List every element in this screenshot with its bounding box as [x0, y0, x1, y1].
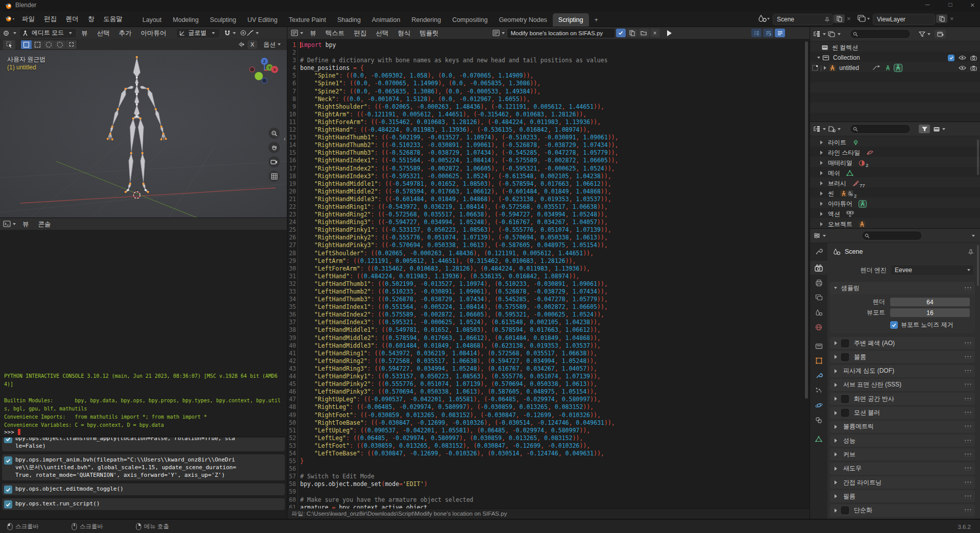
options-dropdown[interactable]: 옵션: [263, 40, 283, 49]
code-line[interactable]: 47 "RightUpLeg": ((-0.090537, -0.042201,…: [287, 396, 802, 403]
panel-화면-공간-반사[interactable]: 화면 공간 반사: [830, 393, 975, 405]
snap-magnet-icon[interactable]: [224, 30, 231, 36]
text-editor-menu-item[interactable]: 뷰: [305, 27, 321, 41]
script-name-field[interactable]: Modify bone's location on SIFAS.py: [507, 28, 615, 38]
properties-tab-tool[interactable]: [810, 244, 827, 258]
script-register-checkbox[interactable]: [616, 29, 626, 37]
code-line[interactable]: 30 "LeftForeArm": ((0.315462, 0.010683, …: [287, 265, 802, 273]
code-line[interactable]: 7 "Spine2": ((0.0, -0.065835, 1.3086), (…: [287, 88, 802, 95]
code-line[interactable]: 29 "LeftArm": ((0.121191, 0.005612, 1.44…: [287, 257, 802, 265]
code-line[interactable]: 48 "RightLeg": ((-0.06485, -0.029974, 0.…: [287, 403, 802, 411]
workspace-tab-texture-paint[interactable]: Texture Paint: [283, 13, 332, 27]
panel-볼륨메트릭[interactable]: 볼륨메트릭: [830, 421, 975, 433]
close-button[interactable]: ×: [964, 1, 980, 9]
code-line[interactable]: 57# Switch to Edit Mode: [287, 473, 802, 480]
code-line[interactable]: 13 "RightHandThumb1": ((-0.502199, -0.01…: [287, 134, 802, 141]
maximize-button[interactable]: □: [942, 1, 959, 8]
viewport-denoise-row[interactable]: 뷰포트 노이즈 제거: [890, 321, 953, 329]
panel-checkbox[interactable]: [841, 395, 849, 403]
workspace-tab-sculpting[interactable]: Sculpting: [204, 13, 241, 27]
text-editor-menu-item[interactable]: 형식: [393, 27, 415, 41]
blend-file-category-mesh[interactable]: 메쉬: [810, 168, 980, 178]
properties-scrollbar[interactable]: [977, 245, 979, 286]
code-line[interactable]: 31 "LeftHand": ((0.484224, 0.011983, 1.1…: [287, 273, 802, 280]
editor-type-icon[interactable]: [3, 30, 11, 37]
code-line[interactable]: 17 "RightHandIndex2": ((-0.575589, -0.00…: [287, 165, 802, 173]
panel-새도우[interactable]: 새도우: [830, 463, 975, 475]
code-line[interactable]: 41 "LeftHandRing1": ((0.543972, 0.036219…: [287, 350, 802, 357]
sampling-value-field[interactable]: 16: [890, 308, 970, 317]
blender-app-menu-icon[interactable]: [4, 15, 15, 23]
proportional-edit-icon[interactable]: [240, 30, 247, 36]
code-line[interactable]: 28 "LeftShoulder": ((0.02065, -0.000263,…: [287, 250, 802, 257]
navigation-gizmo[interactable]: Z Y X: [248, 54, 281, 87]
app-menu-item[interactable]: 편집: [39, 11, 61, 27]
mode-dropdown[interactable]: 에디트 모드: [19, 28, 77, 38]
zoom-icon[interactable]: [268, 128, 280, 139]
code-line[interactable]: 42 "LeftHandRing2": ((0.572568, 0.035517…: [287, 357, 802, 365]
orientation-dropdown[interactable]: 글로벌: [176, 28, 220, 38]
panel-커브[interactable]: 커브: [830, 448, 975, 461]
viewlayer-selector-icon[interactable]: [856, 14, 871, 23]
properties-tab-view-layer[interactable]: [810, 290, 827, 304]
code-line[interactable]: 40 "LeftHandMiddle3": ((0.601484, 0.0184…: [287, 342, 802, 350]
workspace-tab-compositing[interactable]: Compositing: [447, 13, 493, 27]
code-line[interactable]: 39 "LeftHandMiddle2": ((0.578594, 0.0176…: [287, 334, 802, 342]
sidebar-collapse-arrow[interactable]: ‹: [284, 135, 286, 142]
workspace-tab-layout[interactable]: Layout: [137, 13, 167, 27]
blend-file-category-object[interactable]: 오브젝트: [810, 219, 980, 228]
outliner-search-input[interactable]: [850, 124, 911, 134]
select-extend-icon[interactable]: [66, 40, 77, 49]
panel-단순화[interactable]: 단순화: [830, 504, 975, 517]
outliner-display-mode-icon[interactable]: [813, 31, 821, 37]
code-line[interactable]: 36 "LeftHandIndex2": ((0.575589, -0.0028…: [287, 311, 802, 319]
properties-search-input[interactable]: [862, 231, 922, 240]
code-line[interactable]: 2: [287, 49, 802, 57]
info-log-entry[interactable]: bpy.ops.object.transform_apply(location=…: [2, 438, 285, 451]
outliner-filter-type-icon[interactable]: [828, 31, 836, 37]
code-line[interactable]: 50 "RightToeBase": ((-0.030847, -0.12699…: [287, 419, 802, 427]
word-wrap-toggle[interactable]: [763, 29, 773, 37]
render-camera-icon[interactable]: [970, 55, 977, 61]
workspace-tab-uv-editing[interactable]: UV Editing: [242, 13, 283, 27]
code-line[interactable]: 1import bpy: [287, 41, 802, 49]
select-circle-icon[interactable]: [43, 40, 55, 49]
blend-file-mode-icon[interactable]: [828, 126, 836, 132]
active-tool-button[interactable]: [3, 40, 15, 50]
console-menu-item[interactable]: 콘솔: [34, 218, 56, 232]
panel-checkbox[interactable]: [841, 353, 849, 361]
panel-clipped[interactable]: [830, 518, 975, 519]
run-script-button[interactable]: [667, 30, 672, 36]
panel-피사계-심도-(DOF)[interactable]: 피사계 심도 (DOF): [830, 365, 975, 377]
scene-unlink-icon[interactable]: ×: [847, 15, 851, 22]
code-line[interactable]: 60# Make sure you have the armature obje…: [287, 496, 802, 504]
code-line[interactable]: 20 "RightHandMiddle2": ((-0.578594, 0.01…: [287, 188, 802, 196]
eye-icon[interactable]: [959, 55, 966, 60]
armature-object[interactable]: [107, 56, 167, 193]
panel-필름[interactable]: 필름: [830, 490, 975, 502]
outliner-scrollbar[interactable]: [977, 139, 979, 175]
code-line[interactable]: 21 "RightHandMiddle3": ((-0.601484, 0.01…: [287, 196, 802, 203]
add-workspace-button[interactable]: +: [589, 13, 604, 27]
eye-icon[interactable]: [959, 65, 966, 70]
panel-grip-icon[interactable]: [964, 286, 971, 290]
pin-icon[interactable]: [968, 249, 974, 255]
code-line[interactable]: 6 "Spine1": ((0.0, -0.070065, 1.14909), …: [287, 80, 802, 87]
blend-file-category-material[interactable]: 매테리얼2: [810, 158, 980, 168]
text-datablock-icon[interactable]: [493, 30, 500, 36]
new-collection-icon[interactable]: [935, 30, 946, 38]
code-line[interactable]: 3# Define a dictionary with bone names a…: [287, 57, 802, 64]
panel-간접-라이트닝[interactable]: 간접 라이트닝: [830, 476, 975, 489]
panel-checkbox[interactable]: [841, 409, 849, 417]
text-editor-menu-item[interactable]: 편집: [349, 27, 371, 41]
code-line[interactable]: 16 "RightHandIndex1": ((-0.551564, -0.00…: [287, 157, 802, 164]
outliner-display-mode-icon[interactable]: [813, 126, 821, 132]
collection-filter-icon[interactable]: [933, 126, 940, 132]
scene-selector-icon[interactable]: [757, 14, 770, 23]
syntax-highlight-toggle[interactable]: [775, 29, 785, 37]
code-line[interactable]: 26 "RightHandPinky2": ((-0.555776, 0.051…: [287, 234, 802, 241]
text-editor-menu-item[interactable]: 선택: [371, 27, 393, 41]
code-area[interactable]: 1import bpy23# Define a dictionary with …: [287, 41, 802, 512]
code-line[interactable]: 23 "RightHandRing2": ((-0.572568, 0.0355…: [287, 211, 802, 219]
code-line[interactable]: 44 "LeftHandPinky1": ((0.533157, 0.05022…: [287, 373, 802, 380]
